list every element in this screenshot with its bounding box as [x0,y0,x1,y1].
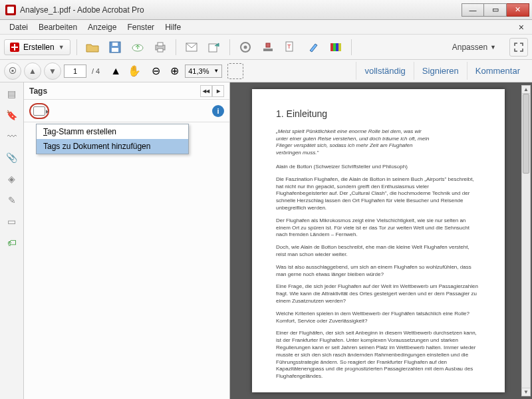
highlight-button[interactable] [304,38,323,57]
bookmarks-panel-icon[interactable]: 🔖 [5,108,19,122]
doc-p5: Eine Frage, die sich jeder Flughafen auf… [276,283,481,305]
doc-quote: „Meist spielt Pünktlichkeit eine enorme … [276,128,430,157]
doc-p7: Einer der Flughäfen, der sich seit Anbeg… [276,330,481,380]
svg-rect-5 [158,43,163,46]
svg-text:T: T [287,43,291,50]
print-button[interactable] [151,38,170,57]
menu-hilfe[interactable]: Hilfe [160,21,186,33]
svg-rect-2 [112,43,118,46]
nav-toolbar: ⦿ ▲ ▼ / 4 ▲ ✋ ⊖ ⊕ 41,3%▼ vollständig Sig… [0,60,532,82]
window-title: Analyse_1.pdf - Adobe Acrobat Pro [20,5,462,15]
fullscreen-button[interactable] [509,38,528,57]
svg-rect-11 [266,43,270,47]
next-page-button[interactable]: ▼ [44,63,61,80]
doc-p3: Doch, wie Alain de Botton beschreibt, eh… [276,244,481,259]
app-icon [5,5,16,15]
menu-item-create-tag-root[interactable]: Tag-Stamm erstellen [37,124,188,139]
svg-rect-16 [333,43,336,51]
open-button[interactable] [83,38,102,57]
signatures-panel-icon[interactable]: 〰 [5,129,19,144]
text-edit-button[interactable]: T [281,38,300,57]
main-toolbar: Erstellen ▼ T Anpassen ▼ [0,35,532,60]
minimize-button[interactable]: — [462,3,484,17]
content-panel-icon[interactable]: ✎ [5,193,19,207]
airplane-icon: ✈ [276,390,481,392]
customize-button[interactable]: Anpassen ▼ [447,40,501,55]
doc-p2: Der Flughafen als Mikrokosmos zeigt eine… [276,217,481,239]
cloud-button[interactable] [128,38,147,57]
gear-button[interactable] [236,38,255,57]
window-titlebar: Analyse_1.pdf - Adobe Acrobat Pro — ▭ ✕ [0,0,532,20]
doc-p4: Was ist also ausschlaggebend, um sich an… [276,264,481,279]
create-label: Erstellen [23,43,55,52]
panel-prev-button[interactable]: ◂◂ [200,85,212,97]
chevron-down-icon: ▼ [59,44,65,51]
zoom-level[interactable]: 41,3%▼ [185,65,222,78]
scroll-up-button[interactable]: ▲ [522,86,530,94]
pdf-page: 1. Einleitung „Meist spielt Pünktlichkei… [252,89,505,392]
info-icon[interactable]: i [212,105,224,117]
doc-p6: Welche Kriterien spielen in dem Wettbewe… [276,311,481,325]
tags-panel-title: Tags [29,86,47,96]
tags-options-button[interactable] [29,103,49,119]
prev-page-button[interactable]: ▲ [24,63,41,80]
pages-panel-icon[interactable]: ▤ [5,86,19,101]
doc-heading: 1. Einleitung [276,108,481,120]
first-page-button[interactable]: ⦿ [4,63,21,80]
chevron-down-icon: ▼ [490,44,496,51]
menu-item-add-tags-to-document[interactable]: Tags zu Dokument hinzufügen [37,139,188,154]
plus-icon [10,43,19,52]
scroll-thumb[interactable] [523,94,529,174]
document-close-button[interactable]: × [515,22,528,33]
svg-rect-15 [331,43,333,51]
maximize-button[interactable]: ▭ [484,3,507,17]
mail-button[interactable] [182,38,201,57]
svg-point-10 [243,45,247,49]
work-area: ▤ 🔖 〰 📎 ◈ ✎ ▭ 🏷 Tags ◂◂ ▸ i Tag-Stamm er… [0,82,532,399]
save-button[interactable] [106,38,124,57]
marquee-tool[interactable] [227,63,243,79]
sign-button[interactable]: Signieren [414,62,467,80]
layers-panel-icon[interactable]: ◈ [5,172,19,186]
svg-rect-1 [112,48,118,52]
left-nav-strip: ▤ 🔖 〰 📎 ◈ ✎ ▭ 🏷 [0,82,24,399]
menu-datei[interactable]: Datei [4,21,33,33]
color-button[interactable] [327,38,345,57]
doc-author: Alain de Botton (Schweizer Schriftstelle… [276,164,481,171]
menu-bar: Datei Bearbeiten Anzeige Fenster Hilfe × [0,20,532,35]
zoom-in-button[interactable]: ⊕ [166,63,182,79]
doc-p1: Die Faszination Flughafen, die Alain de … [276,176,481,212]
vertical-scrollbar[interactable]: ▲ ▼ [521,85,531,396]
scroll-down-button[interactable]: ▼ [522,388,530,396]
svg-rect-18 [338,43,341,51]
panel-next-button[interactable]: ▸ [212,85,224,97]
tags-panel-header: Tags ◂◂ ▸ [24,82,229,100]
svg-rect-12 [263,49,273,51]
create-button[interactable]: Erstellen ▼ [4,39,70,55]
document-viewport[interactable]: 1. Einleitung „Meist spielt Pünktlichkei… [230,82,532,399]
customize-label: Anpassen [452,43,487,52]
tags-context-menu: Tag-Stamm erstellen Tags zu Dokument hin… [36,124,189,154]
menu-anzeige[interactable]: Anzeige [82,21,122,33]
svg-rect-17 [336,43,338,51]
pointer-tool[interactable]: ▲ [108,63,124,79]
tags-panel: Tags ◂◂ ▸ i Tag-Stamm erstellen Tags zu … [24,82,230,399]
hand-tool[interactable]: ✋ [126,63,142,79]
complete-button[interactable]: vollständig [356,62,413,80]
menu-fenster[interactable]: Fenster [122,21,160,33]
stamp-button[interactable] [259,38,277,57]
page-number-input[interactable] [64,65,86,78]
zoom-out-button[interactable]: ⊖ [148,63,164,79]
menu-bearbeiten[interactable]: Bearbeiten [33,21,82,33]
comment-button[interactable]: Kommentar [467,62,528,80]
page-total: / 4 [92,67,100,75]
close-button[interactable]: ✕ [507,3,529,17]
attachments-panel-icon[interactable]: 📎 [5,150,19,165]
svg-rect-6 [158,49,163,52]
share-button[interactable] [205,38,223,57]
order-panel-icon[interactable]: ▭ [5,214,19,229]
tags-panel-icon[interactable]: 🏷 [5,235,19,250]
tags-panel-toolbar: i [24,100,229,122]
